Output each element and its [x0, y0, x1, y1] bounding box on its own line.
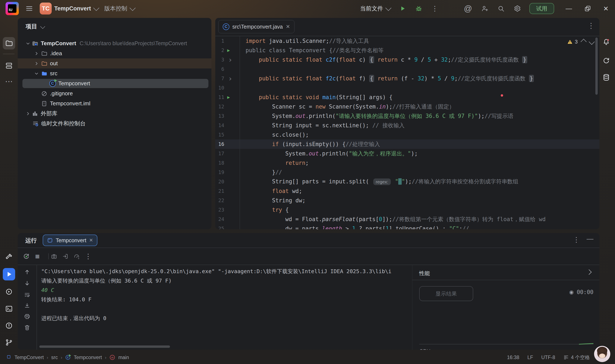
- editor-scrollbar[interactable]: [595, 38, 598, 95]
- code-line-10[interactable]: 10: [215, 83, 600, 92]
- console-output[interactable]: "C:\Users\taro blue\.jdks\openjdk-25.0.2…: [41, 267, 410, 350]
- tree-row-[interactable]: 外部库: [18, 109, 211, 118]
- breadcrumb-item[interactable]: Tempconvert: [74, 355, 102, 360]
- code-line-12[interactable]: 12Scanner sc = new Scanner(System.in);//…: [215, 102, 600, 111]
- code-line-3[interactable]: 3›public static float c2f(float c) { ret…: [215, 55, 600, 65]
- minimize-icon[interactable]: —: [566, 5, 572, 12]
- code-line-23[interactable]: 23try {: [215, 205, 600, 215]
- trial-button[interactable]: 试用: [529, 3, 554, 14]
- code-line-21[interactable]: 21float wd;: [215, 186, 600, 196]
- run-configuration-selector[interactable]: 当前文件: [360, 5, 390, 12]
- fold-icon[interactable]: ›: [228, 56, 232, 63]
- code-line-2[interactable]: 2▶public class Tempconvert {//类名与文件名相等: [215, 46, 600, 55]
- horizontal-scrollbar[interactable]: [39, 345, 170, 348]
- build-tool-icon[interactable]: [3, 250, 15, 263]
- import-console-icon[interactable]: [62, 253, 69, 260]
- code-line-18[interactable]: 18return;: [215, 158, 600, 168]
- tree-row-out[interactable]: out: [18, 58, 211, 68]
- ai-sync-icon[interactable]: [600, 55, 613, 67]
- more-vertical-icon[interactable]: ⋮: [85, 253, 92, 260]
- run-line-icon[interactable]: ▶: [227, 46, 230, 55]
- tree-expand-icon[interactable]: [34, 61, 39, 66]
- debug-button[interactable]: [415, 5, 422, 12]
- show-results-button[interactable]: 显示结果: [419, 286, 473, 301]
- tree-expand-icon[interactable]: [25, 111, 31, 117]
- clear-icon[interactable]: [22, 322, 32, 333]
- code-line-17[interactable]: 17System.out.println("输入为空，程序退出。");: [215, 149, 600, 158]
- code-line-20[interactable]: 20String[] parts = input.split( regex: "…: [215, 177, 600, 186]
- tree-row-idea[interactable]: .idea: [18, 48, 211, 58]
- tree-row-tempconvert[interactable]: TempConvertC:\Users\taro blue\IdeaProjec…: [18, 38, 211, 48]
- project-tool-icon[interactable]: [3, 37, 15, 50]
- code-line-19[interactable]: 19}//: [215, 168, 600, 177]
- add-user-icon[interactable]: [481, 5, 488, 12]
- chevron-right-icon[interactable]: [586, 269, 591, 275]
- main-menu-icon[interactable]: [25, 4, 33, 13]
- git-tool-icon[interactable]: [3, 336, 15, 349]
- more-actions-icon[interactable]: ⋮: [431, 5, 438, 12]
- run-tool-icon[interactable]: [3, 268, 15, 280]
- user-avatar[interactable]: [594, 346, 610, 362]
- tree-row-gitignore[interactable]: .gitignore: [18, 89, 211, 99]
- more-tools-icon[interactable]: ⋯: [3, 75, 15, 88]
- ai-assistant-icon[interactable]: @: [464, 4, 472, 13]
- code-line-25[interactable]: 25dw = parts.length > 1 ? parts[1].toUpp…: [215, 224, 600, 229]
- project-widget[interactable]: TC TempConvert: [40, 2, 98, 14]
- tree-expand-icon[interactable]: [34, 51, 39, 56]
- database-icon[interactable]: [600, 71, 613, 84]
- rerun-icon[interactable]: [23, 253, 30, 260]
- editor-options-icon[interactable]: ⋮: [587, 21, 595, 30]
- fold-icon[interactable]: ›: [228, 75, 232, 82]
- close-icon[interactable]: ✕: [603, 5, 609, 12]
- indent-widget[interactable]: 4 个空格: [563, 354, 590, 361]
- breadcrumb-item[interactable]: main: [118, 355, 129, 360]
- line-ending-widget[interactable]: LF: [528, 355, 533, 360]
- breadcrumb-item[interactable]: TempConvert: [14, 355, 44, 360]
- close-run-tab-icon[interactable]: ✕: [89, 237, 93, 243]
- run-tab[interactable]: Tempconvert ✕: [43, 234, 97, 246]
- print-icon[interactable]: [22, 311, 32, 322]
- tree-row-tempconvertiml[interactable]: Tempconvert.iml: [18, 99, 211, 109]
- arrow-down-icon[interactable]: [22, 278, 32, 288]
- run-button[interactable]: [399, 5, 406, 12]
- hide-panel-icon[interactable]: —: [587, 235, 593, 243]
- tree-collapse-icon[interactable]: [34, 71, 39, 76]
- commit-tool-icon[interactable]: [3, 60, 15, 72]
- notifications-icon[interactable]: [600, 36, 613, 48]
- tree-row-src[interactable]: src: [18, 68, 211, 78]
- run-line-icon[interactable]: ▶: [227, 92, 230, 102]
- breadcrumb-item[interactable]: src: [51, 355, 58, 360]
- code-line-15[interactable]: 15sc.close();: [215, 130, 600, 140]
- code-editor-area[interactable]: 1import java.util.Scanner;//导入输入工具2▶publ…: [215, 36, 600, 229]
- code-line-16[interactable]: 16if (input.isEmpty()) {//处理空输入: [215, 140, 600, 149]
- scroll-end-icon[interactable]: [22, 300, 32, 311]
- code-line-1[interactable]: 1import java.util.Scanner;//导入输入工具: [215, 36, 600, 46]
- project-view-selector[interactable]: 项目: [26, 23, 45, 30]
- vcs-widget[interactable]: 版本控制: [104, 5, 134, 12]
- encoding-widget[interactable]: UTF-8: [541, 355, 555, 360]
- run-options-icon[interactable]: ⋮: [573, 236, 580, 244]
- terminal-tool-icon[interactable]: [3, 303, 15, 315]
- search-icon[interactable]: [497, 5, 504, 12]
- settings-icon[interactable]: [514, 5, 521, 12]
- editor-tab[interactable]: C src\Tempconvert.java ✕: [218, 20, 294, 33]
- code-line-22[interactable]: 22String dw;: [215, 196, 600, 205]
- tree-collapse-icon[interactable]: [25, 41, 31, 46]
- code-line-11[interactable]: 11▶public static void main(String[] args…: [215, 92, 600, 102]
- gauge-icon[interactable]: [73, 253, 80, 260]
- tree-row-tempconvert[interactable]: CTempconvert: [18, 78, 211, 89]
- arrow-up-icon[interactable]: [22, 267, 32, 277]
- code-line-6[interactable]: 6: [215, 65, 600, 74]
- services-tool-icon[interactable]: [3, 286, 15, 298]
- code-line-13[interactable]: 13System.out.println("请输入要转换的温度与单位（例如 36…: [215, 111, 600, 121]
- soft-wrap-icon[interactable]: [22, 290, 32, 300]
- code-line-14[interactable]: 14String input = sc.nextLine(); // 接收输入: [215, 121, 600, 130]
- stop-icon[interactable]: ■: [35, 252, 40, 260]
- code-line-24[interactable]: 24wd = Float.parseFloat(parts[0]);//将数组第…: [215, 215, 600, 224]
- problems-tool-icon[interactable]: [3, 319, 15, 332]
- close-tab-icon[interactable]: ✕: [286, 24, 290, 30]
- restore-window-icon[interactable]: [584, 5, 591, 12]
- breadcrumbs[interactable]: TempConvert›src›CTempconvert›mmain: [6, 351, 129, 364]
- camera-icon[interactable]: [51, 253, 57, 260]
- tree-row-[interactable]: 临时文件和控制台: [18, 118, 211, 129]
